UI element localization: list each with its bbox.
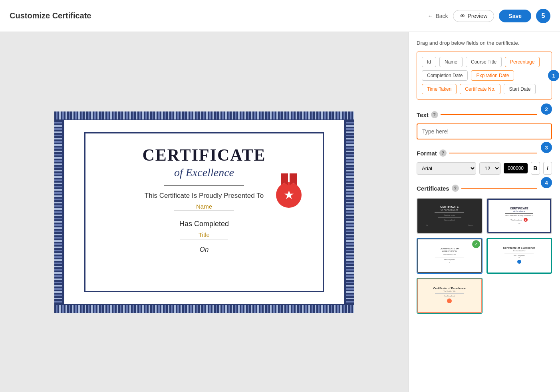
thumb-dark-text2: Has completed bbox=[444, 219, 455, 221]
text-section-line bbox=[441, 114, 537, 115]
fields-section: Id Name Course Title Percentage Completi… bbox=[417, 52, 552, 99]
text-label: Text bbox=[417, 111, 429, 118]
format-section: Format ? 3 Arial Times New Roman Courier… bbox=[417, 147, 552, 175]
certificate-display: CERTIFICATE of Excellence This Certifica… bbox=[54, 111, 354, 313]
cert-on-text: On bbox=[101, 246, 307, 254]
field-chip-certificate-no[interactable]: Certificate No. bbox=[460, 84, 500, 94]
thumb-border-ribbon: ★ bbox=[524, 218, 528, 222]
cert-main-title: CERTIFICATE bbox=[101, 145, 307, 165]
check-overlay-light: ✓ bbox=[472, 240, 480, 248]
cert-title-field: Title bbox=[180, 231, 228, 239]
step-1-badge: 1 bbox=[548, 70, 559, 81]
certs-help-icon[interactable]: ? bbox=[452, 185, 459, 192]
cert-inner-box: CERTIFICATE of Excellence This Certifica… bbox=[84, 132, 324, 292]
field-chip-id[interactable]: Id bbox=[422, 57, 436, 67]
thumb-peach-course: The Certifier Title bbox=[443, 290, 455, 292]
thumb-dark-divider bbox=[435, 212, 464, 213]
thumb-border-title: CERTIFICATE bbox=[510, 207, 528, 210]
field-chip-course-title[interactable]: Course Title bbox=[466, 57, 502, 67]
back-button[interactable]: ← Back bbox=[427, 13, 448, 19]
thumb-border-subtitle: of Excellence bbox=[513, 210, 525, 213]
field-chip-completion-date[interactable]: Completion Date bbox=[422, 70, 468, 81]
format-section-line bbox=[449, 153, 537, 153]
fields-grid: Id Name Course Title Percentage Completi… bbox=[422, 57, 547, 94]
top-bar-actions: ← Back 👁 Preview Save 5 bbox=[427, 9, 550, 23]
cert-right-pattern bbox=[345, 120, 354, 304]
cert-template-teal[interactable]: Certificate of Excellence The Certifier,… bbox=[487, 238, 552, 274]
fields-area: Id Name Course Title Percentage Completi… bbox=[417, 52, 552, 99]
step-3-badge: 3 bbox=[541, 142, 552, 153]
cert-ribbon: ★ bbox=[275, 173, 303, 201]
field-chip-time-taken[interactable]: Time Taken bbox=[422, 84, 457, 94]
thumb-teal-title: Certificate of Excellence bbox=[503, 247, 535, 249]
cert-divider bbox=[164, 185, 244, 186]
cert-template-light[interactable]: CERTIFICATE OF APPRECIATION The Learning… bbox=[417, 238, 483, 274]
field-chip-name[interactable]: Name bbox=[439, 57, 463, 67]
thumb-dark-title: CERTIFICATE bbox=[440, 205, 459, 208]
font-size-select[interactable]: 8 10 12 14 16 18 20 bbox=[479, 162, 500, 175]
format-help-icon[interactable]: ? bbox=[439, 149, 447, 157]
thumb-peach-title: Certificate of Excellence bbox=[433, 287, 466, 290]
certificate-body: CERTIFICATE of Excellence This Certifica… bbox=[63, 120, 345, 304]
cert-template-dark[interactable]: CERTIFICATE OF ACHIEVEMENT This is to ce… bbox=[417, 198, 483, 234]
thumb-light-subtitle: APPRECIATION bbox=[442, 250, 457, 253]
cert-completed-text: Has Completed bbox=[101, 220, 307, 228]
thumb-teal-ribbon bbox=[517, 260, 521, 264]
certs-section-header: Certificates ? 4 bbox=[417, 183, 552, 194]
thumb-dark-sign: Signature bbox=[468, 224, 473, 226]
field-chip-start-date[interactable]: Start Date bbox=[504, 84, 536, 94]
notification-badge: 5 bbox=[536, 9, 550, 23]
thumb-dark-date: Date bbox=[426, 224, 428, 226]
preview-button[interactable]: 👁 Preview bbox=[453, 10, 494, 22]
color-picker[interactable]: 000000 bbox=[504, 163, 528, 173]
thumb-border-text2: Was Completed bbox=[511, 219, 522, 221]
thumb-border-on: On bbox=[518, 223, 520, 225]
drag-instruction: Drag and drop below fields on the certif… bbox=[417, 40, 552, 46]
thumb-light-course: The Learning Title bbox=[443, 253, 456, 255]
cert-left-pattern bbox=[54, 120, 63, 304]
thumb-border-divider bbox=[505, 213, 533, 214]
star-icon: ★ bbox=[284, 188, 294, 202]
thumb-dark-subtitle: OF ACHIEVEMENT bbox=[441, 209, 458, 211]
thumb-dark-footer: Date Signature bbox=[426, 224, 473, 226]
font-select[interactable]: Arial Times New Roman Courier Georgia bbox=[417, 162, 476, 175]
back-arrow-icon: ← bbox=[427, 13, 433, 19]
text-input[interactable] bbox=[417, 123, 552, 139]
format-section-header: Format ? 3 bbox=[417, 147, 552, 159]
cert-thumb-inner-peach: Certificate of Excellence The Certifier … bbox=[417, 279, 482, 313]
field-chip-expiration-date[interactable]: Expiration Date bbox=[471, 70, 514, 81]
ribbon-tail-right bbox=[290, 173, 297, 185]
thumb-light-on: In bbox=[449, 262, 450, 263]
thumb-dark-line bbox=[438, 217, 461, 218]
right-panel: Drag and drop below fields on the certif… bbox=[408, 32, 560, 392]
thumb-dark-text1: This is to certify bbox=[444, 214, 455, 216]
format-label: Format bbox=[417, 150, 437, 157]
certs-section-line bbox=[461, 188, 537, 189]
text-section-header: Text ? 2 bbox=[417, 109, 552, 120]
thumb-peach-text: Has Completed bbox=[444, 295, 455, 297]
save-button[interactable]: Save bbox=[499, 10, 531, 22]
main-content: CERTIFICATE of Excellence This Certifica… bbox=[0, 32, 560, 392]
page-title: Customize Certificate bbox=[10, 11, 91, 20]
italic-button[interactable]: I bbox=[543, 162, 552, 175]
cert-thumb-inner-teal: Certificate of Excellence The Certifier,… bbox=[488, 239, 551, 273]
thumb-teal-sub: The Certifier, Prof bbox=[513, 250, 525, 252]
thumb-light-text: Has completed bbox=[444, 259, 455, 261]
cert-thumb-inner-border: CERTIFICATE of Excellence This Certifica… bbox=[487, 199, 552, 233]
step-2-badge: 2 bbox=[541, 103, 552, 115]
cert-thumb-inner-dark: CERTIFICATE OF ACHIEVEMENT This is to ce… bbox=[417, 199, 482, 233]
step-4-badge: 4 bbox=[541, 177, 552, 188]
thumb-border-text1: This Certificate Is Proudly Presented To bbox=[505, 215, 533, 217]
text-help-icon[interactable]: ? bbox=[431, 111, 438, 118]
format-controls: Arial Times New Roman Courier Georgia 8 … bbox=[417, 162, 552, 175]
certificates-grid: CERTIFICATE OF ACHIEVEMENT This is to ce… bbox=[417, 198, 552, 314]
eye-icon: 👁 bbox=[460, 13, 465, 19]
cert-template-border[interactable]: CERTIFICATE of Excellence This Certifica… bbox=[487, 198, 552, 234]
certificate-preview-panel: CERTIFICATE of Excellence This Certifica… bbox=[0, 32, 408, 392]
cert-top-pattern bbox=[54, 111, 354, 120]
bold-button[interactable]: B bbox=[531, 162, 540, 175]
ribbon-circle: ★ bbox=[276, 182, 302, 208]
field-chip-percentage[interactable]: Percentage bbox=[505, 57, 540, 67]
cert-template-peach[interactable]: Certificate of Excellence The Certifier … bbox=[417, 278, 483, 314]
cert-name-field: Name bbox=[174, 202, 234, 211]
